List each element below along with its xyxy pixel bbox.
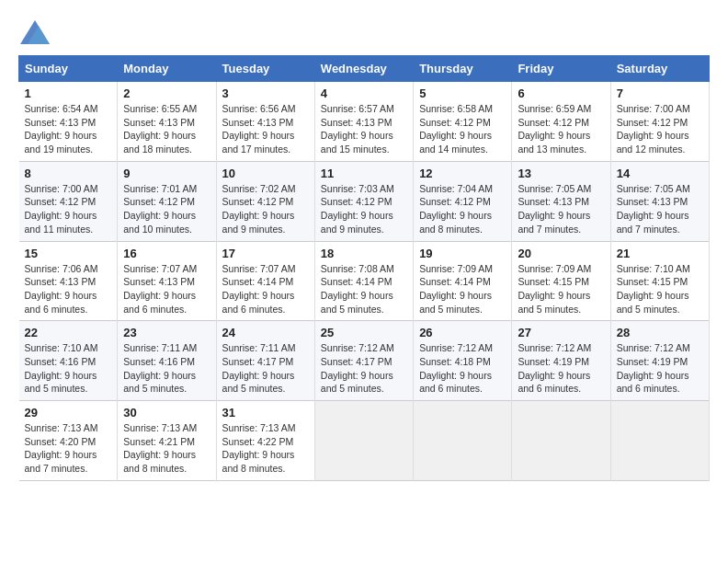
sunrise-label: Sunrise: 7:07 AM bbox=[222, 263, 296, 274]
daylight-label: Daylight: 9 hours and 17 minutes. bbox=[222, 130, 295, 155]
header bbox=[18, 18, 710, 46]
sunrise-label: Sunrise: 7:05 AM bbox=[617, 183, 690, 194]
sunrise-label: Sunrise: 6:56 AM bbox=[222, 103, 296, 114]
calendar-cell: 19 Sunrise: 7:09 AM Sunset: 4:14 PM Dayl… bbox=[414, 241, 512, 321]
calendar-row: 29 Sunrise: 7:13 AM Sunset: 4:20 PM Dayl… bbox=[19, 401, 710, 481]
daylight-label: Daylight: 9 hours and 19 minutes. bbox=[25, 130, 97, 155]
sunrise-label: Sunrise: 7:13 AM bbox=[222, 422, 296, 433]
sunrise-label: Sunrise: 7:01 AM bbox=[123, 183, 197, 194]
weekday-header: Monday bbox=[118, 56, 216, 82]
weekday-header: Sunday bbox=[19, 56, 118, 82]
daylight-label: Daylight: 9 hours and 5 minutes. bbox=[321, 370, 393, 395]
daylight-label: Daylight: 9 hours and 7 minutes. bbox=[25, 449, 97, 474]
calendar-cell bbox=[314, 401, 413, 481]
sunrise-label: Sunrise: 6:59 AM bbox=[518, 103, 591, 114]
sunset-label: Sunset: 4:13 PM bbox=[222, 117, 294, 128]
day-number: 14 bbox=[617, 167, 703, 180]
day-info: Sunrise: 7:02 AM Sunset: 4:12 PM Dayligh… bbox=[222, 182, 309, 236]
day-number: 20 bbox=[518, 247, 604, 260]
day-info: Sunrise: 7:05 AM Sunset: 4:13 PM Dayligh… bbox=[617, 182, 703, 236]
sunrise-label: Sunrise: 7:10 AM bbox=[25, 342, 98, 353]
day-info: Sunrise: 7:12 AM Sunset: 4:17 PM Dayligh… bbox=[321, 341, 407, 396]
calendar-cell: 3 Sunrise: 6:56 AM Sunset: 4:13 PM Dayli… bbox=[216, 82, 314, 162]
day-info: Sunrise: 7:00 AM Sunset: 4:12 PM Dayligh… bbox=[25, 182, 112, 236]
daylight-label: Daylight: 9 hours and 6 minutes. bbox=[25, 290, 97, 315]
day-info: Sunrise: 7:13 AM Sunset: 4:21 PM Dayligh… bbox=[123, 421, 210, 476]
calendar-cell: 30 Sunrise: 7:13 AM Sunset: 4:21 PM Dayl… bbox=[118, 401, 216, 481]
sunrise-label: Sunrise: 7:09 AM bbox=[518, 263, 591, 274]
sunset-label: Sunset: 4:15 PM bbox=[518, 276, 589, 287]
day-info: Sunrise: 6:55 AM Sunset: 4:13 PM Dayligh… bbox=[123, 102, 210, 156]
day-info: Sunrise: 7:11 AM Sunset: 4:16 PM Dayligh… bbox=[123, 341, 210, 396]
sunset-label: Sunset: 4:14 PM bbox=[321, 276, 392, 287]
day-info: Sunrise: 7:05 AM Sunset: 4:13 PM Dayligh… bbox=[518, 182, 604, 236]
sunset-label: Sunset: 4:12 PM bbox=[419, 196, 491, 207]
sunset-label: Sunset: 4:12 PM bbox=[321, 196, 392, 207]
sunrise-label: Sunrise: 7:06 AM bbox=[25, 263, 98, 274]
day-info: Sunrise: 6:54 AM Sunset: 4:13 PM Dayligh… bbox=[25, 102, 112, 156]
sunrise-label: Sunrise: 7:11 AM bbox=[222, 342, 296, 353]
sunset-label: Sunset: 4:16 PM bbox=[123, 356, 195, 367]
weekday-header: Wednesday bbox=[314, 56, 413, 82]
sunset-label: Sunset: 4:12 PM bbox=[518, 117, 589, 128]
day-info: Sunrise: 7:10 AM Sunset: 4:15 PM Dayligh… bbox=[617, 262, 703, 316]
sunrise-label: Sunrise: 7:12 AM bbox=[617, 342, 690, 353]
sunset-label: Sunset: 4:14 PM bbox=[222, 276, 294, 287]
day-info: Sunrise: 7:10 AM Sunset: 4:16 PM Dayligh… bbox=[25, 341, 112, 396]
day-number: 25 bbox=[321, 326, 407, 339]
calendar-cell: 15 Sunrise: 7:06 AM Sunset: 4:13 PM Dayl… bbox=[19, 241, 118, 321]
sunrise-label: Sunrise: 7:11 AM bbox=[123, 342, 197, 353]
calendar-cell bbox=[610, 401, 709, 481]
daylight-label: Daylight: 9 hours and 15 minutes. bbox=[321, 130, 393, 155]
daylight-label: Daylight: 9 hours and 8 minutes. bbox=[419, 210, 492, 235]
daylight-label: Daylight: 9 hours and 14 minutes. bbox=[419, 130, 492, 155]
sunrise-label: Sunrise: 6:57 AM bbox=[321, 103, 394, 114]
sunset-label: Sunset: 4:13 PM bbox=[617, 196, 688, 207]
sunset-label: Sunset: 4:13 PM bbox=[25, 117, 97, 128]
calendar-cell: 13 Sunrise: 7:05 AM Sunset: 4:13 PM Dayl… bbox=[512, 161, 610, 241]
daylight-label: Daylight: 9 hours and 8 minutes. bbox=[222, 449, 295, 474]
day-info: Sunrise: 7:13 AM Sunset: 4:22 PM Dayligh… bbox=[222, 421, 309, 476]
sunrise-label: Sunrise: 7:00 AM bbox=[617, 103, 690, 114]
day-info: Sunrise: 6:57 AM Sunset: 4:13 PM Dayligh… bbox=[321, 102, 407, 156]
daylight-label: Daylight: 9 hours and 6 minutes. bbox=[222, 290, 295, 315]
calendar-cell: 20 Sunrise: 7:09 AM Sunset: 4:15 PM Dayl… bbox=[512, 241, 610, 321]
daylight-label: Daylight: 9 hours and 5 minutes. bbox=[321, 290, 393, 315]
calendar-cell bbox=[414, 401, 512, 481]
calendar-row: 1 Sunrise: 6:54 AM Sunset: 4:13 PM Dayli… bbox=[19, 82, 710, 162]
day-number: 9 bbox=[123, 167, 210, 180]
weekday-header: Saturday bbox=[610, 56, 709, 82]
weekday-header: Friday bbox=[512, 56, 610, 82]
sunset-label: Sunset: 4:22 PM bbox=[222, 436, 294, 447]
sunrise-label: Sunrise: 6:55 AM bbox=[123, 103, 197, 114]
sunrise-label: Sunrise: 7:13 AM bbox=[123, 422, 197, 433]
sunrise-label: Sunrise: 6:54 AM bbox=[25, 103, 98, 114]
day-info: Sunrise: 7:12 AM Sunset: 4:19 PM Dayligh… bbox=[617, 341, 703, 396]
sunrise-label: Sunrise: 7:00 AM bbox=[25, 183, 98, 194]
calendar-cell: 24 Sunrise: 7:11 AM Sunset: 4:17 PM Dayl… bbox=[216, 321, 314, 401]
sunrise-label: Sunrise: 7:12 AM bbox=[321, 342, 394, 353]
calendar-cell: 16 Sunrise: 7:07 AM Sunset: 4:13 PM Dayl… bbox=[118, 241, 216, 321]
daylight-label: Daylight: 9 hours and 6 minutes. bbox=[518, 370, 590, 395]
day-info: Sunrise: 7:07 AM Sunset: 4:14 PM Dayligh… bbox=[222, 262, 309, 316]
sunset-label: Sunset: 4:12 PM bbox=[123, 196, 195, 207]
day-info: Sunrise: 7:09 AM Sunset: 4:14 PM Dayligh… bbox=[419, 262, 506, 316]
calendar-cell: 4 Sunrise: 6:57 AM Sunset: 4:13 PM Dayli… bbox=[314, 82, 413, 162]
calendar-header-row: SundayMondayTuesdayWednesdayThursdayFrid… bbox=[19, 56, 710, 82]
sunset-label: Sunset: 4:13 PM bbox=[123, 117, 195, 128]
daylight-label: Daylight: 9 hours and 9 minutes. bbox=[321, 210, 393, 235]
calendar-cell: 26 Sunrise: 7:12 AM Sunset: 4:18 PM Dayl… bbox=[414, 321, 512, 401]
day-number: 18 bbox=[321, 247, 407, 260]
daylight-label: Daylight: 9 hours and 7 minutes. bbox=[518, 210, 590, 235]
sunrise-label: Sunrise: 7:10 AM bbox=[617, 263, 690, 274]
day-info: Sunrise: 7:06 AM Sunset: 4:13 PM Dayligh… bbox=[25, 262, 112, 316]
sunrise-label: Sunrise: 7:02 AM bbox=[222, 183, 296, 194]
day-number: 4 bbox=[321, 86, 407, 100]
day-number: 11 bbox=[321, 167, 407, 180]
day-number: 3 bbox=[222, 86, 309, 100]
logo-icon bbox=[18, 18, 51, 46]
day-number: 21 bbox=[617, 247, 703, 260]
daylight-label: Daylight: 9 hours and 11 minutes. bbox=[25, 210, 97, 235]
day-info: Sunrise: 6:59 AM Sunset: 4:12 PM Dayligh… bbox=[518, 102, 604, 156]
day-info: Sunrise: 7:11 AM Sunset: 4:17 PM Dayligh… bbox=[222, 341, 309, 396]
